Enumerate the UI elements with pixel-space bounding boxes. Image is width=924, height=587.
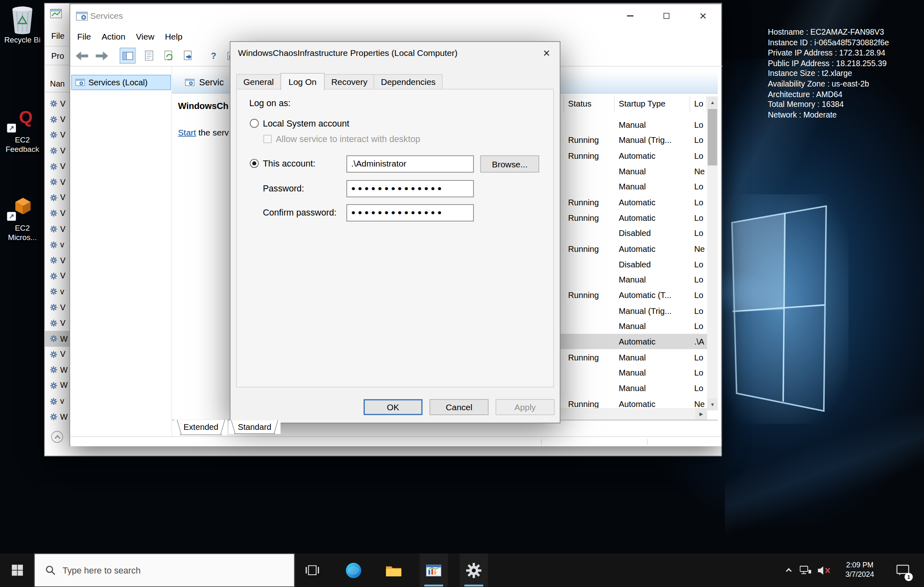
back-service-row[interactable]: V [45,159,70,174]
view-tab-extended[interactable]: Extended [174,420,228,435]
menu-help[interactable]: Help [160,32,188,41]
properties-button[interactable] [141,48,157,64]
ok-button[interactable]: OK [364,399,422,415]
taskbar-search[interactable] [34,554,295,587]
back-menu-file[interactable]: File [51,31,65,40]
dialog-close-button[interactable]: × [533,42,560,64]
back-service-row[interactable]: W [45,362,70,378]
action-center-button[interactable]: 1 [890,554,915,587]
forward-button[interactable] [94,48,109,64]
service-logon-cell: Lo [694,229,703,238]
desktop-icon-label: Feedback [6,145,39,154]
password-label: Password: [263,183,304,193]
password-input[interactable]: ●●●●●●●●●●●●●● [346,180,474,197]
dialog-tab-recovery[interactable]: Recovery [324,74,375,89]
local-system-radio[interactable] [250,119,259,128]
back-service-row[interactable]: v [45,237,70,252]
vertical-scrollbar[interactable]: ▲ ▼ [707,97,718,411]
minimize-icon [627,16,633,16]
back-service-row[interactable]: W [45,409,70,425]
back-service-row[interactable]: V [45,190,70,205]
dialog-tab-general[interactable]: General [236,74,281,89]
file-explorer-button[interactable] [379,554,408,587]
account-input[interactable]: .\Administrator [346,156,474,173]
back-service-row[interactable]: V [45,347,70,362]
browse-button[interactable]: Browse... [480,156,539,173]
back-service-row[interactable]: W [45,378,70,394]
cancel-button[interactable]: Cancel [430,399,489,415]
back-service-label: V [60,318,65,327]
back-service-row[interactable]: V [45,315,70,331]
back-service-row[interactable]: V [45,268,70,284]
back-service-row[interactable]: W [45,331,70,346]
minimize-button[interactable] [612,4,648,28]
back-service-row[interactable]: V [45,96,70,111]
menu-view[interactable]: View [131,32,160,41]
edge-button[interactable] [339,554,368,587]
dialog-tab-dependencies[interactable]: Dependencies [374,74,442,89]
view-tab-standard[interactable]: Standard [229,420,281,434]
tree-item-services-local[interactable]: Services (Local) [71,75,171,90]
gear-icon [50,210,57,217]
back-service-label: V [60,162,65,171]
back-button[interactable] [74,48,89,64]
desktop-icon-recycle-bin[interactable]: Recycle Bi [0,5,45,45]
help-button[interactable]: ? [205,48,221,64]
export-list-button[interactable] [180,48,196,64]
back-service-row[interactable]: V [45,221,70,237]
back-service-row[interactable]: v [45,394,70,409]
menu-action[interactable]: Action [96,32,131,41]
service-status-cell: Running [568,136,599,145]
scroll-right-button[interactable]: ▶ [695,408,707,420]
back-service-row[interactable]: V [45,174,70,190]
service-logon-cell: .\A [694,337,704,346]
back-service-row[interactable]: v [45,284,70,299]
taskbar-clock[interactable]: 2:09 PM 3/7/2024 [837,554,883,587]
gear-icon [50,351,57,358]
desktop-icon-ec2-microsoft[interactable]: ↗ EC2 Micros... [0,196,45,242]
maximize-button[interactable] [648,4,685,28]
start-service-link[interactable]: Start [178,128,196,137]
back-service-row[interactable]: V [45,206,70,221]
column-header-startup-type[interactable]: Startup Type [619,99,665,108]
back-column-header-name[interactable]: Nan [50,80,65,89]
system-info-line: Architecture : AMD64 [768,89,889,100]
this-account-radio[interactable] [250,159,259,168]
back-service-row[interactable]: V [45,300,70,315]
service-startup-cell: Automatic [619,213,656,222]
back-service-row[interactable]: V [45,111,70,127]
refresh-button[interactable] [161,48,177,64]
task-view-icon [305,565,319,576]
column-header-log-on-as[interactable]: Lo [694,99,703,108]
collapse-button[interactable] [51,431,63,443]
task-view-button[interactable] [298,554,326,587]
scroll-up-button[interactable]: ▲ [707,97,718,109]
gear-icon [50,414,57,420]
network-tray-button[interactable] [797,554,814,587]
services-app-button[interactable] [460,554,488,587]
show-console-tree-button[interactable] [120,48,136,64]
desktop-icon-ec2-feedback[interactable]: Q ↗ EC2 Feedback [0,107,45,154]
back-service-label: V [60,209,65,218]
service-logon-cell: Lo [694,213,703,222]
scroll-down-button[interactable]: ▼ [707,398,718,410]
confirm-password-input[interactable]: ●●●●●●●●●●●●●● [346,204,474,221]
back-service-label: v [60,397,64,406]
back-toolbar-label[interactable]: Pro [51,51,64,60]
service-logon-cell: Lo [694,322,703,331]
console-app-button[interactable] [420,554,448,587]
dialog-tab-log-on[interactable]: Log On [280,73,325,90]
scrollbar-thumb[interactable] [708,109,717,165]
document-icon [145,51,153,61]
search-input[interactable] [62,565,275,576]
gear-icon [50,100,57,107]
back-service-row[interactable]: V [45,127,70,143]
volume-tray-button[interactable] [815,554,835,587]
back-service-row[interactable]: V [45,253,70,268]
start-button[interactable] [0,554,34,587]
tray-expand-button[interactable] [781,554,796,587]
menu-file[interactable]: File [72,32,96,41]
close-button[interactable]: × [685,4,721,28]
back-service-row[interactable]: V [45,143,70,158]
column-header-status[interactable]: Status [568,99,591,108]
